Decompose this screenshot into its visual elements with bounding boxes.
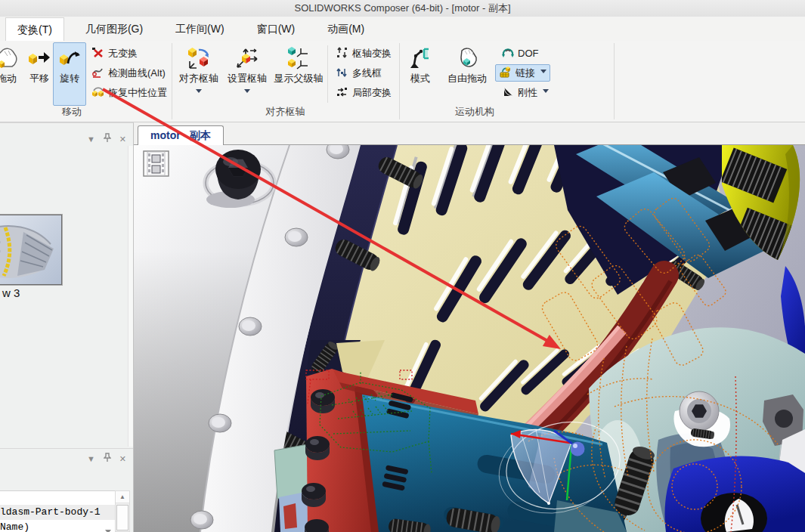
local-transform-label: 局部变换 <box>352 86 392 100</box>
document-tab-bar: motor - 副本 <box>134 122 805 145</box>
link-icon <box>499 66 512 81</box>
dof-button[interactable]: DOF <box>497 45 542 62</box>
tab-geometry[interactable]: 几何图形(G) <box>74 17 154 41</box>
set-pivot-dropdown[interactable] <box>244 89 250 96</box>
pivot-group-label: 对齐枢轴 <box>172 105 399 119</box>
free-drag-button[interactable]: 自由拖动 <box>439 42 495 106</box>
multi-wireframe-button[interactable]: 多线框 <box>332 64 385 82</box>
view-label: w 3 <box>2 286 20 299</box>
model-scene <box>134 145 805 532</box>
mode-icon <box>407 45 433 71</box>
show-parent-axis-label: 显示父级轴 <box>274 72 324 85</box>
scroll-up-button[interactable]: ▲ <box>116 491 129 503</box>
pin-icon[interactable] <box>104 133 111 145</box>
pivot-transform-label: 枢轴变换 <box>352 47 392 60</box>
align-pivot-dropdown[interactable] <box>196 89 202 96</box>
drag-icon <box>0 45 20 71</box>
align-pivot-button[interactable]: 对齐枢轴 <box>176 42 221 106</box>
set-pivot-label: 设置枢轴 <box>228 72 267 85</box>
restore-neutral-icon <box>91 85 104 101</box>
ribbon: 拖动 平移 旋转 无变换 检测曲线(Alt) 恢复中性位置 移动 <box>0 41 805 122</box>
pan-icon <box>26 45 52 71</box>
pan-label: 平移 <box>29 72 49 85</box>
tab-transform[interactable]: 变换(T) <box>5 17 64 41</box>
multi-wireframe-label: 多线框 <box>352 66 382 80</box>
no-transform-label: 无变换 <box>108 47 138 60</box>
animation-marker-icon[interactable] <box>144 151 169 176</box>
views-pane-scroll-strip[interactable] <box>128 146 133 447</box>
move-group-label: 移动 <box>0 105 144 119</box>
detect-curve-icon <box>91 66 104 81</box>
left-panel: ▼ ✕ w 3 ▼ ✕ ldasm-Part-body-1 Name) ▲ <box>0 122 134 532</box>
link-label: 链接 <box>516 66 535 80</box>
dof-icon <box>501 46 514 61</box>
document-tab[interactable]: motor - 副本 <box>138 125 224 145</box>
no-transform-icon <box>91 46 104 61</box>
free-drag-icon <box>454 45 480 71</box>
drag-button[interactable]: 拖动 <box>0 42 24 106</box>
align-pivot-icon <box>186 45 212 71</box>
link-dropdown[interactable] <box>540 70 546 76</box>
tab-animation[interactable]: 动画(M) <box>316 17 376 41</box>
window-title: SOLIDWORKS Composer (64-bit) - [motor - … <box>0 0 805 17</box>
collapse-icon[interactable]: ▼ <box>87 134 95 144</box>
set-pivot-icon <box>234 45 260 71</box>
view-thumbnail[interactable] <box>0 215 62 285</box>
dof-label: DOF <box>518 48 538 59</box>
free-drag-label: 自由拖动 <box>447 72 487 85</box>
link-button[interactable]: 链接 <box>495 64 550 82</box>
views-pane-controls: ▼ ✕ <box>87 134 126 144</box>
properties-list: ldasm-Part-body-1 Name) <box>0 490 115 532</box>
multi-wireframe-icon <box>336 66 348 81</box>
rigid-icon <box>501 85 514 101</box>
viewport-3d[interactable] <box>134 145 805 532</box>
inner-separator <box>327 45 328 103</box>
tab-workshop[interactable]: 工作间(W) <box>164 17 236 41</box>
restore-neutral-label: 恢复中性位置 <box>108 86 167 100</box>
align-pivot-label: 对齐枢轴 <box>179 72 218 85</box>
list-item-label: Name) <box>0 521 29 532</box>
rotate-button[interactable]: 旋转 <box>53 42 86 106</box>
show-parent-axis-icon <box>286 45 311 71</box>
bracket-blue <box>664 456 805 532</box>
drag-label: 拖动 <box>0 72 17 85</box>
collapse-icon[interactable]: ▼ <box>87 453 95 464</box>
rotate-label: 旋转 <box>60 72 79 85</box>
local-transform-icon <box>336 85 348 101</box>
detect-curve-button[interactable]: 检测曲线(Alt) <box>88 64 169 82</box>
show-parent-axis-button[interactable]: 显示父级轴 <box>271 42 326 106</box>
mode-label: 模式 <box>410 72 430 85</box>
tab-window[interactable]: 窗口(W) <box>246 17 307 41</box>
local-transform-button[interactable]: 局部变换 <box>332 84 395 101</box>
pivot-sphere-handle[interactable] <box>571 442 585 456</box>
list-spacer <box>0 491 115 505</box>
pin-icon[interactable] <box>104 453 111 465</box>
properties-scrollbar[interactable]: ▲ <box>115 490 130 532</box>
restore-neutral-button[interactable]: 恢复中性位置 <box>88 84 171 101</box>
rigid-button[interactable]: 刚性 <box>497 84 553 101</box>
motion-group-label: 运动机构 <box>399 105 550 119</box>
pan-button[interactable]: 平移 <box>24 42 54 106</box>
close-icon[interactable]: ✕ <box>119 453 126 464</box>
pane-splitter[interactable] <box>0 448 133 449</box>
scroll-thumb[interactable] <box>116 505 128 530</box>
list-item[interactable]: ldasm-Part-body-1 <box>0 505 115 520</box>
pivot-transform-icon <box>336 46 348 61</box>
list-item[interactable]: Name) <box>0 520 115 532</box>
mode-button[interactable]: 模式 <box>403 42 438 106</box>
rigid-dropdown[interactable] <box>543 89 549 96</box>
properties-pane-controls: ▼ ✕ <box>87 453 126 464</box>
detect-curve-label: 检测曲线(Alt) <box>108 66 166 80</box>
no-transform-button[interactable]: 无变换 <box>88 45 141 62</box>
group-separator <box>614 43 615 119</box>
rotate-icon <box>57 45 82 71</box>
close-icon[interactable]: ✕ <box>119 134 126 144</box>
set-pivot-button[interactable]: 设置枢轴 <box>224 42 270 106</box>
view-thumbnail-image <box>0 215 61 284</box>
pivot-transform-button[interactable]: 枢轴变换 <box>332 45 395 62</box>
rigid-label: 刚性 <box>518 86 537 100</box>
menu-tab-strip: 变换(T) 几何图形(G) 工作间(W) 窗口(W) 动画(M) <box>0 17 805 41</box>
